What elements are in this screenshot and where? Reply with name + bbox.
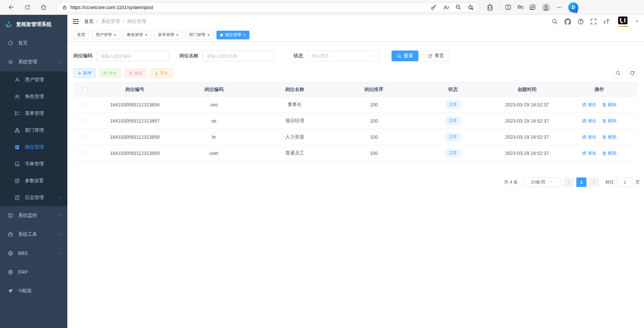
favorites-icon[interactable] <box>517 4 523 10</box>
select-all-checkbox[interactable] <box>83 88 88 92</box>
sidebar-item-role-management[interactable]: 角色管理 <box>0 88 67 105</box>
row-delete-link[interactable]: 删除 <box>602 134 616 140</box>
more-menu-icon[interactable] <box>556 4 563 10</box>
sidebar-item-erp[interactable]: ERP <box>0 263 67 282</box>
tab-close-icon[interactable]: × <box>145 33 148 37</box>
chevron-down-icon <box>57 232 61 236</box>
github-icon[interactable] <box>565 19 571 25</box>
password-key-icon[interactable] <box>431 4 437 10</box>
row-edit-label: 修改 <box>588 134 597 140</box>
row-delete-link[interactable]: 删除 <box>602 102 616 108</box>
chevron-left-icon <box>567 180 571 184</box>
tab-close-icon[interactable]: × <box>243 33 246 37</box>
sidebar-item-menu-management[interactable]: 菜单管理 <box>0 105 67 122</box>
tab-home[interactable]: 首页 <box>73 31 89 39</box>
zoom-out-icon[interactable] <box>455 4 461 10</box>
row-checkbox[interactable] <box>83 151 88 156</box>
row-edit-link[interactable]: 修改 <box>582 102 597 108</box>
app-header: 首页 / 系统管理 / 岗位管理 <box>67 15 644 28</box>
row-edit-link[interactable]: 修改 <box>582 134 597 140</box>
tab-label: 用户管理 <box>96 32 112 38</box>
next-page-button[interactable] <box>589 177 599 187</box>
app-logo[interactable]: 意框架管理系统 <box>0 15 67 34</box>
reset-button[interactable]: 重置 <box>422 51 449 61</box>
sidebar-item-log-management[interactable]: 日志管理 <box>0 189 67 206</box>
read-aloud-icon[interactable] <box>443 4 449 10</box>
font-size-icon[interactable] <box>603 19 610 25</box>
profile-avatar-icon[interactable] <box>541 3 551 12</box>
refresh-table-button[interactable] <box>627 68 637 78</box>
goto-page-input[interactable] <box>617 177 633 187</box>
sidebar-item-system-management[interactable]: 系统管理 <box>0 53 67 71</box>
chevron-down-icon <box>57 251 61 255</box>
page-number-1[interactable]: 1 <box>576 177 586 187</box>
collections-icon[interactable] <box>529 4 536 10</box>
browser-back-button[interactable] <box>5 2 17 13</box>
search-button[interactable]: 搜索 <box>392 51 418 61</box>
row-edit-label: 修改 <box>588 102 597 108</box>
tab-post-management[interactable]: 岗位管理 × <box>216 31 249 39</box>
row-checkbox[interactable] <box>83 103 88 107</box>
address-bar[interactable]: https://ccnetcore.com:1101/system/post <box>57 2 479 12</box>
sidebar-item-yi-framework[interactable]: Yi框架 <box>0 282 67 300</box>
gear-icon <box>7 59 13 65</box>
post-name-input[interactable] <box>202 51 275 61</box>
back-arrow-icon <box>8 4 14 10</box>
goto-label: 前往 <box>605 179 614 185</box>
column-post-name: 岗位名称 <box>255 83 334 97</box>
sidebar-toggle-icon[interactable] <box>73 19 79 25</box>
sidebar-item-user-management[interactable]: 用户管理 <box>0 71 67 88</box>
browser-home-button[interactable] <box>38 2 49 13</box>
sidebar-item-dict-management[interactable]: 字典管理 <box>0 156 67 172</box>
app-title: 意框架管理系统 <box>16 21 52 28</box>
browser-refresh-button[interactable] <box>22 2 33 13</box>
paper-plane-icon <box>7 288 13 294</box>
user-avatar[interactable] <box>618 17 628 27</box>
tab-close-icon[interactable]: × <box>207 33 210 37</box>
trash-icon <box>602 103 606 107</box>
tab-user-management[interactable]: 用户管理 × <box>92 31 120 39</box>
row-delete-link[interactable]: 删除 <box>602 150 616 156</box>
tab-close-icon[interactable]: × <box>176 33 179 37</box>
tab-role-management[interactable]: 角色管理 × <box>123 31 151 39</box>
breadcrumb-system[interactable]: 系统管理 <box>101 19 120 25</box>
status-select[interactable]: 岗位状态 <box>307 51 379 61</box>
show-search-toggle-button[interactable] <box>613 68 623 78</box>
column-actions: 操作 <box>562 83 637 97</box>
sidebar-item-home[interactable]: 首页 <box>0 34 67 53</box>
bing-chat-icon[interactable]: b <box>567 1 579 13</box>
help-icon[interactable] <box>578 19 584 25</box>
page-size-select[interactable]: 10条/页 <box>523 177 561 187</box>
tab-menu-management[interactable]: 菜单管理 × <box>154 31 182 39</box>
tab-dept-management[interactable]: 部门管理 × <box>185 31 214 39</box>
edit-button[interactable]: 修改 <box>99 68 121 78</box>
sidebar-item-bbs[interactable]: BBS <box>0 244 67 263</box>
add-favorite-star-icon[interactable] <box>468 4 474 10</box>
fullscreen-icon[interactable] <box>590 19 597 25</box>
sidebar-item-system-monitor[interactable]: 系统监控 <box>0 206 67 225</box>
header-search-icon[interactable] <box>552 19 558 25</box>
cell-post-sort: 100 <box>334 129 413 145</box>
sidebar-item-parameter-settings[interactable]: 参数设置 <box>0 172 67 189</box>
export-button[interactable]: 导出 <box>150 68 172 78</box>
active-tab-dot <box>220 34 223 36</box>
row-edit-link[interactable]: 修改 <box>582 118 597 124</box>
prev-page-button[interactable] <box>564 177 574 187</box>
sidebar-item-dept-management[interactable]: 部门管理 <box>0 122 67 139</box>
sidebar-item-post-management[interactable]: 岗位管理 <box>0 139 67 156</box>
row-edit-link[interactable]: 修改 <box>582 150 597 156</box>
row-delete-label: 删除 <box>608 150 616 156</box>
extensions-icon[interactable] <box>487 4 493 10</box>
delete-button[interactable]: 删除 <box>125 68 147 78</box>
add-button[interactable]: 新增 <box>73 68 96 78</box>
split-screen-icon[interactable] <box>505 4 511 10</box>
row-delete-link[interactable]: 删除 <box>602 118 616 124</box>
tab-close-icon[interactable]: × <box>114 33 116 37</box>
post-code-input[interactable] <box>96 51 169 61</box>
row-checkbox[interactable] <box>83 135 88 140</box>
row-checkbox[interactable] <box>83 119 88 124</box>
sidebar-menu: 首页 系统管理 用户管理 角色管理 菜单管理 部门管理 <box>0 34 67 300</box>
sidebar-item-system-tools[interactable]: 系统工具 <box>0 225 67 244</box>
breadcrumb-home[interactable]: 首页 <box>84 19 94 25</box>
caret-down-icon[interactable] <box>635 20 639 23</box>
